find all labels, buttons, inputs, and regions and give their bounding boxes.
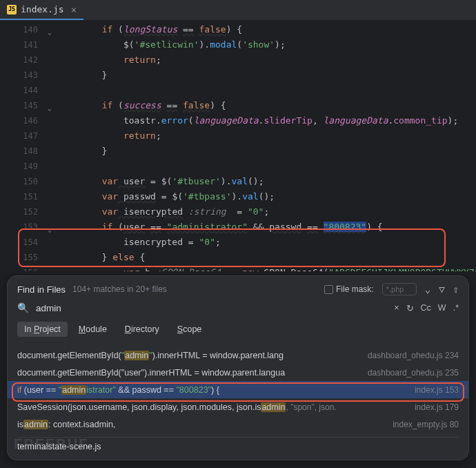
code-line: }	[59, 68, 476, 83]
scope-directory[interactable]: Directory	[118, 322, 166, 337]
regex-toggle[interactable]: .*	[453, 303, 459, 313]
code-line	[59, 159, 476, 174]
line-number: 143	[0, 68, 59, 83]
result-location: index.js 179	[415, 402, 459, 412]
line-number: 147	[0, 128, 59, 144]
line-number: 151	[0, 189, 59, 204]
code-line: if (success == false) {	[59, 98, 476, 113]
line-number: 152	[0, 204, 59, 220]
file-mask-label: File mask:	[336, 284, 374, 294]
line-number: 149	[0, 159, 59, 174]
code-line: if (user == "administrator" && passwd ==…	[59, 220, 476, 235]
result-location: dashboard_ohedu.js 235	[368, 368, 459, 378]
chevron-down-icon[interactable]: ⌄	[425, 284, 430, 295]
code-line: toastr.error(languageData.sliderTip, lan…	[59, 113, 476, 128]
result-row[interactable]: document.getElementById("admin").innerHT…	[8, 347, 468, 364]
code-line: var user = $('#tbuser').val();	[59, 174, 476, 189]
find-in-files-panel: Find in Files 104+ matches in 20+ files …	[7, 275, 469, 460]
results-list: document.getElementById("admin").innerHT…	[8, 344, 468, 460]
pin-icon[interactable]: ⇪	[453, 284, 459, 295]
tab-bar: JS index.js ×	[0, 0, 476, 21]
file-header[interactable]: terminalstate-scene.js	[17, 437, 459, 456]
clear-icon[interactable]: ×	[394, 303, 399, 313]
code-line: if (longStatus == false) {	[59, 22, 476, 37]
result-location: index_empty.js 80	[393, 420, 459, 429]
line-number: 148	[0, 144, 59, 159]
file-mask-input[interactable]: *.php	[382, 283, 417, 295]
history-icon[interactable]: ↻	[406, 303, 414, 313]
scope-module[interactable]: Module	[72, 322, 114, 337]
code-line: }	[59, 144, 476, 159]
code-line: var isencrypted :string = "0";	[59, 204, 476, 220]
line-number: 141	[0, 37, 59, 52]
scope-in-project[interactable]: In Project	[17, 322, 68, 337]
search-row: 🔍 admin × ↻ Cc W .*	[8, 300, 468, 319]
code-line: var passwd = $('#tbpass').val();	[59, 189, 476, 204]
word-toggle[interactable]: W	[438, 303, 446, 313]
line-number: 154	[0, 235, 59, 250]
search-icon: 🔍	[17, 302, 29, 313]
line-number: 144	[0, 83, 59, 98]
code-line	[59, 83, 476, 98]
line-number: 140⌄	[0, 22, 59, 37]
filter-icon[interactable]: ▽	[439, 284, 444, 295]
result-location: dashboard_ohedu.js 234	[368, 351, 459, 360]
code-line: $('#setlicwin').modal('show');	[59, 37, 476, 52]
line-gutter: 140⌄ 141 142 143 144 145⌄ 146 147 148 14…	[0, 21, 59, 271]
code-editor[interactable]: 140⌄ 141 142 143 144 145⌄ 146 147 148 14…	[0, 21, 476, 271]
line-number: 153⌄	[0, 220, 59, 235]
js-file-icon: JS	[7, 5, 17, 14]
checkbox-icon[interactable]	[324, 285, 333, 294]
code-line: isencrypted = "0";	[59, 235, 476, 250]
line-number: 146	[0, 113, 59, 128]
code-area[interactable]: if (longStatus == false) { $('#setlicwin…	[59, 21, 476, 271]
scope-scope[interactable]: Scope	[170, 322, 208, 337]
tab-index-js[interactable]: JS index.js ×	[0, 0, 83, 20]
find-header: Find in Files 104+ matches in 20+ files …	[8, 276, 468, 300]
result-location: index.js 153	[415, 385, 459, 395]
line-number: 150	[0, 174, 59, 189]
file-mask-toggle[interactable]: File mask:	[324, 284, 374, 294]
find-title: Find in Files	[17, 284, 66, 295]
result-row[interactable]: isadmin: context.isadmin, index_empty.js…	[8, 416, 468, 433]
line-number: 156	[0, 265, 59, 271]
find-tools: File mask: *.php ⌄ ▽ ⇪	[324, 283, 459, 295]
close-icon[interactable]: ×	[71, 4, 77, 15]
line-number: 145⌄	[0, 98, 59, 113]
code-line: var b :SPON_Base64 = new SPON_Base64("AB…	[59, 265, 476, 271]
code-line: return;	[59, 128, 476, 144]
line-number: 155	[0, 250, 59, 265]
find-subtitle: 104+ matches in 20+ files	[72, 284, 317, 294]
code-line: return;	[59, 52, 476, 68]
code-line: } else {	[59, 250, 476, 265]
result-row[interactable]: document.getElementById("user").innerHTM…	[8, 364, 468, 381]
result-row-selected[interactable]: if (user == "administrator" && passwd ==…	[8, 381, 468, 398]
search-input[interactable]: admin	[36, 303, 387, 313]
tab-label: index.js	[21, 4, 64, 14]
case-toggle[interactable]: Cc	[421, 303, 431, 313]
scope-row: In Project Module Directory Scope	[8, 319, 468, 344]
line-number: 142	[0, 52, 59, 68]
result-row[interactable]: SaveSession(json.username, json.display,…	[8, 398, 468, 416]
